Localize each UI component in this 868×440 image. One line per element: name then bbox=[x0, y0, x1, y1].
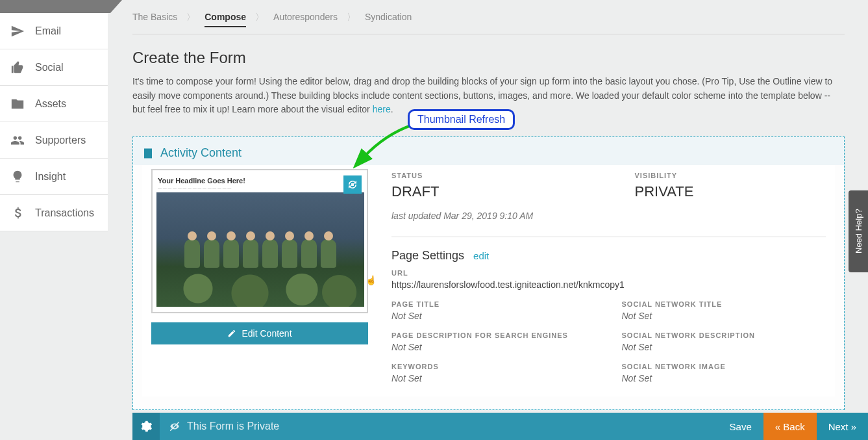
sidebar-item-assets[interactable]: Assets bbox=[0, 86, 108, 122]
arrow-icon bbox=[353, 121, 418, 173]
status-label: STATUS bbox=[391, 172, 583, 179]
url-label: URL bbox=[391, 269, 826, 277]
divider bbox=[391, 237, 826, 237]
page-description-label: PAGE DESCRIPTION FOR SEARCH ENGINES bbox=[391, 331, 596, 339]
panel-header: Activity Content bbox=[133, 137, 844, 165]
thumbnail-column: Your Headline Goes Here! — — — — — — — —… bbox=[151, 169, 368, 383]
status-value: DRAFT bbox=[391, 183, 583, 200]
sidebar-item-transactions[interactable]: Transactions bbox=[0, 195, 108, 231]
privacy-text: This Form is Private bbox=[187, 421, 279, 432]
crumb-syndication[interactable]: Syndication bbox=[365, 12, 412, 22]
folder-icon bbox=[10, 97, 25, 111]
crumb-compose[interactable]: Compose bbox=[205, 12, 246, 27]
sidebar-item-label: Assets bbox=[35, 98, 66, 110]
crumb-the-basics[interactable]: The Basics bbox=[132, 12, 177, 22]
sidebar-item-insight[interactable]: Insight bbox=[0, 159, 108, 195]
content-thumbnail[interactable]: Your Headline Goes Here! — — — — — — — —… bbox=[151, 169, 368, 313]
sidebar-collapsed-tab[interactable] bbox=[0, 0, 110, 13]
edit-content-button[interactable]: Edit Content bbox=[151, 322, 368, 344]
bottom-bar: This Form is Private Save « Back Next » bbox=[132, 413, 868, 440]
sidebar-item-label: Social bbox=[35, 62, 64, 73]
sidebar: Email Social Assets Supporters Insight T… bbox=[0, 0, 108, 440]
back-button[interactable]: « Back bbox=[763, 413, 817, 440]
visibility-value: PRIVATE bbox=[635, 183, 826, 200]
privacy-indicator: This Form is Private bbox=[169, 421, 279, 432]
refresh-thumbnail-button[interactable] bbox=[343, 175, 362, 194]
social-title-label: SOCIAL NETWORK TITLE bbox=[622, 300, 826, 308]
sidebar-item-label: Supporters bbox=[35, 135, 86, 146]
thumbnail-headline: Your Headline Goes Here! bbox=[156, 174, 363, 186]
next-button[interactable]: Next » bbox=[817, 413, 868, 440]
social-image-value: Not Set bbox=[622, 373, 826, 383]
activity-content-panel: Activity Content Your Headline Goes Here… bbox=[132, 136, 845, 410]
keywords-label: KEYWORDS bbox=[391, 363, 596, 370]
sidebar-item-label: Insight bbox=[35, 171, 66, 183]
gear-icon bbox=[140, 420, 153, 433]
page-title-value: Not Set bbox=[391, 311, 596, 321]
lightbulb-icon bbox=[10, 170, 25, 184]
sidebar-item-label: Transactions bbox=[35, 207, 94, 219]
panel-title: Activity Content bbox=[160, 146, 242, 160]
meta-column: STATUS DRAFT VISIBILITY PRIVATE last upd… bbox=[391, 169, 826, 383]
page-title: Create the Form bbox=[132, 49, 845, 67]
social-image-label: SOCIAL NETWORK IMAGE bbox=[622, 363, 826, 370]
sidebar-item-email[interactable]: Email bbox=[0, 13, 108, 49]
page-settings-heading: Page Settings bbox=[391, 249, 464, 263]
chevron-right-icon: 〉 bbox=[186, 12, 195, 23]
pencil-icon bbox=[227, 329, 236, 338]
eye-slash-icon bbox=[169, 421, 180, 432]
breadcrumb: The Basics 〉 Compose 〉 Autoresponders 〉 … bbox=[132, 6, 845, 34]
settings-gear-button[interactable] bbox=[132, 413, 160, 440]
page-settings-edit-link[interactable]: edit bbox=[473, 250, 489, 261]
intro-link-here[interactable]: here bbox=[373, 104, 391, 114]
callout-thumbnail-refresh: Thumbnail Refresh bbox=[408, 109, 515, 130]
need-help-tab[interactable]: Need Help? bbox=[849, 190, 868, 272]
chevron-right-icon: 〉 bbox=[347, 12, 356, 23]
intro-period: . bbox=[391, 104, 393, 114]
social-title-value: Not Set bbox=[622, 311, 826, 321]
social-description-label: SOCIAL NETWORK DESCRIPTION bbox=[622, 331, 826, 339]
social-description-value: Not Set bbox=[622, 342, 826, 352]
sidebar-item-label: Email bbox=[35, 25, 61, 37]
save-button[interactable]: Save bbox=[718, 413, 763, 440]
edit-content-label: Edit Content bbox=[242, 328, 291, 339]
refresh-icon bbox=[347, 179, 358, 190]
sidebar-item-social[interactable]: Social bbox=[0, 49, 108, 86]
url-value: https://laurensforslowfood.test.igniteac… bbox=[391, 279, 826, 290]
dollar-icon bbox=[10, 206, 25, 220]
paper-plane-icon bbox=[10, 24, 25, 38]
keywords-value: Not Set bbox=[391, 373, 596, 383]
page-description-value: Not Set bbox=[391, 342, 596, 352]
main: The Basics 〉 Compose 〉 Autoresponders 〉 … bbox=[108, 0, 868, 440]
thumbs-up-icon bbox=[10, 60, 25, 75]
page-title-label: PAGE TITLE bbox=[391, 300, 596, 308]
people-icon bbox=[10, 133, 25, 148]
crumb-autoresponders[interactable]: Autoresponders bbox=[273, 12, 338, 22]
visibility-label: VISIBILITY bbox=[635, 172, 826, 179]
thumbnail-photo bbox=[156, 192, 364, 307]
document-icon bbox=[142, 148, 154, 159]
sidebar-item-supporters[interactable]: Supporters bbox=[0, 122, 108, 159]
chevron-right-icon: 〉 bbox=[255, 12, 264, 23]
last-updated: last updated Mar 29, 2019 9:10 AM bbox=[391, 211, 826, 221]
thumbnail-subtext: — — — — — — — — — — — — — — — bbox=[156, 186, 363, 192]
